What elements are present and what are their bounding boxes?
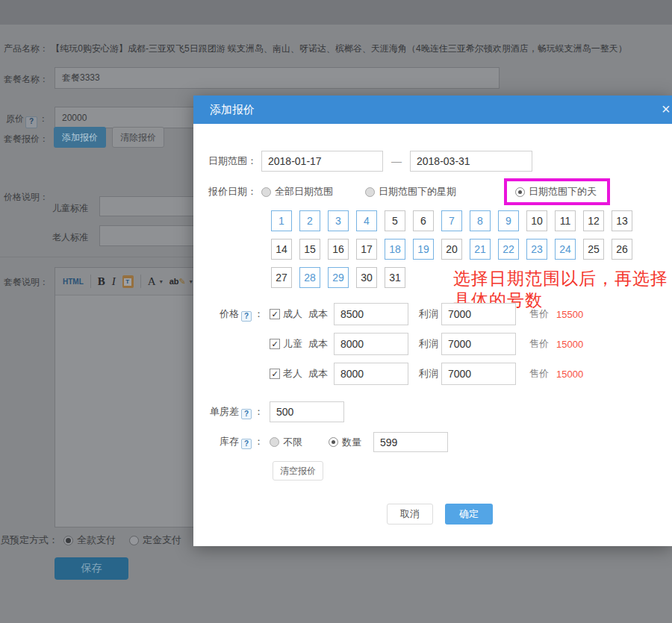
calendar-day-31[interactable]: 31	[385, 267, 405, 288]
calendar-day-27[interactable]: 27	[271, 267, 292, 288]
adult-sale-price: 15500	[556, 309, 583, 320]
calendar-day-22[interactable]: 22	[498, 239, 519, 260]
radio-icon[interactable]	[63, 536, 73, 545]
price-row-elder: ✓老人成本利润售价15000	[208, 363, 583, 385]
calendar-day-9[interactable]: 9	[498, 210, 519, 231]
calendar-day-23[interactable]: 23	[526, 239, 547, 260]
stock-quantity-input[interactable]	[373, 432, 448, 452]
font-color-icon[interactable]: A	[148, 275, 156, 288]
adult-checkbox[interactable]: ✓	[270, 309, 280, 319]
help-icon[interactable]: ?	[241, 311, 252, 322]
radio-deposit-payment[interactable]: 定金支付	[129, 533, 181, 547]
help-icon[interactable]: ?	[25, 116, 37, 128]
confirm-button[interactable]: 确定	[445, 504, 493, 525]
top-bar	[0, 0, 672, 25]
calendar-day-3[interactable]: 3	[328, 210, 349, 231]
calendar-day-1[interactable]: 1	[271, 210, 292, 231]
date-range-row: 日期范围： —	[208, 151, 532, 172]
product-name-label: 产品名称：	[4, 43, 49, 54]
child-profit-input[interactable]	[441, 333, 516, 355]
radio-weekdays-in-range[interactable]: 日期范围下的星期	[365, 185, 456, 198]
radio-quantity[interactable]: 数量	[329, 436, 361, 449]
calendar-day-19[interactable]: 19	[413, 239, 434, 260]
save-button[interactable]: 保存	[55, 557, 128, 580]
quote-date-row: 报价日期： 全部日期范围日期范围下的星期日期范围下的天	[208, 181, 610, 202]
radio-icon[interactable]	[365, 187, 375, 197]
package-desc-label: 套餐说明：	[4, 276, 49, 289]
radio-unlimited[interactable]: 不限	[270, 436, 302, 449]
calendar-day-30[interactable]: 30	[356, 267, 377, 288]
cost-label: 成本	[308, 337, 328, 351]
toolbar-divider	[90, 275, 91, 288]
radio-icon[interactable]	[329, 437, 338, 447]
booking-method-row: 员预定方式： 全款支付定金支付	[0, 533, 222, 548]
calendar-day-28[interactable]: 28	[299, 267, 320, 288]
italic-icon[interactable]: I	[112, 275, 116, 288]
add-quote-button[interactable]: 添加报价	[54, 127, 106, 148]
chevron-down-icon[interactable]: ▾	[160, 278, 163, 285]
sale-price-label: 售价	[529, 367, 549, 381]
child-cost-input[interactable]	[334, 333, 408, 355]
cost-label: 成本	[308, 307, 328, 321]
calendar-day-18[interactable]: 18	[385, 239, 405, 260]
package-name-input[interactable]	[55, 67, 500, 89]
add-quote-modal: 添加报价 × 日期范围： — 报价日期： 全部日期范围日期范围下的星期日期范围下…	[193, 96, 672, 546]
radio-icon[interactable]	[515, 187, 525, 197]
date-start-input[interactable]	[261, 151, 383, 172]
calendar-day-10[interactable]: 10	[526, 210, 547, 231]
calendar-day-20[interactable]: 20	[441, 239, 462, 260]
adult-cost-input[interactable]	[334, 303, 408, 325]
calendar-day-24[interactable]: 24	[555, 239, 576, 260]
bold-icon[interactable]: B	[98, 275, 105, 288]
close-icon[interactable]: ×	[662, 101, 671, 116]
profit-label: 利润	[419, 307, 438, 321]
child-checkbox[interactable]: ✓	[270, 339, 280, 349]
calendar-day-14[interactable]: 14	[271, 239, 292, 260]
calendar-day-8[interactable]: 8	[470, 210, 491, 231]
calendar-day-2[interactable]: 2	[299, 210, 320, 231]
calendar-day-4[interactable]: 4	[356, 210, 377, 231]
radio-all-dates[interactable]: 全部日期范围	[261, 185, 333, 198]
sale-price-label: 售价	[529, 337, 549, 351]
calendar-day-29[interactable]: 29	[328, 267, 349, 288]
calendar-day-25[interactable]: 25	[583, 239, 604, 260]
radio-full-payment[interactable]: 全款支付	[63, 533, 116, 547]
calendar-day-6[interactable]: 6	[413, 210, 434, 231]
elder-profit-input[interactable]	[441, 363, 516, 385]
sale-price-label: 售价	[529, 307, 549, 321]
single-room-input[interactable]	[270, 401, 344, 422]
booking-method-label: 员预定方式：	[0, 533, 58, 547]
price-note-label: 价格说明：	[4, 191, 49, 204]
calendar-day-26[interactable]: 26	[612, 239, 632, 260]
paste-text-icon[interactable]: T	[122, 275, 134, 288]
radio-icon[interactable]	[261, 187, 271, 197]
calendar-day-7[interactable]: 7	[441, 210, 462, 231]
date-end-input[interactable]	[410, 151, 532, 172]
radio-icon[interactable]	[129, 536, 139, 545]
calendar-day-17[interactable]: 17	[356, 239, 377, 260]
clear-quote-button[interactable]: 清除报价	[112, 127, 164, 148]
elder-cost-input[interactable]	[334, 363, 408, 385]
help-icon[interactable]: ?	[241, 409, 252, 419]
package-quote-label: 套餐报价：	[4, 133, 49, 145]
calendar-day-13[interactable]: 13	[612, 210, 632, 231]
chevron-down-icon[interactable]: ▾	[190, 278, 193, 285]
calendar-day-11[interactable]: 11	[555, 210, 576, 231]
elder-sale-price: 15000	[556, 369, 583, 380]
calendar-day-21[interactable]: 21	[470, 239, 491, 260]
highlight-icon[interactable]: ab✎	[169, 277, 186, 287]
cancel-button[interactable]: 取消	[387, 504, 433, 525]
clear-quote-modal-button[interactable]: 清空报价	[273, 461, 323, 480]
elder-checkbox[interactable]: ✓	[270, 369, 280, 379]
radio-days-in-range[interactable]: 日期范围下的天	[515, 185, 597, 198]
calendar-day-16[interactable]: 16	[328, 239, 349, 260]
calendar-day-5[interactable]: 5	[385, 210, 405, 231]
calendar-day-15[interactable]: 15	[299, 239, 320, 260]
calendar-day-12[interactable]: 12	[583, 210, 604, 231]
help-icon[interactable]: ?	[241, 439, 252, 449]
html-source-icon[interactable]: HTML	[63, 278, 84, 286]
product-name-row: 产品名称： 【纯玩0购安心游】成都-三亚双飞5日跟团游 蜈支洲岛、南山、呀诺达、…	[4, 43, 627, 55]
profit-label: 利润	[419, 337, 438, 351]
radio-icon[interactable]	[270, 437, 279, 447]
adult-profit-input[interactable]	[441, 303, 516, 325]
